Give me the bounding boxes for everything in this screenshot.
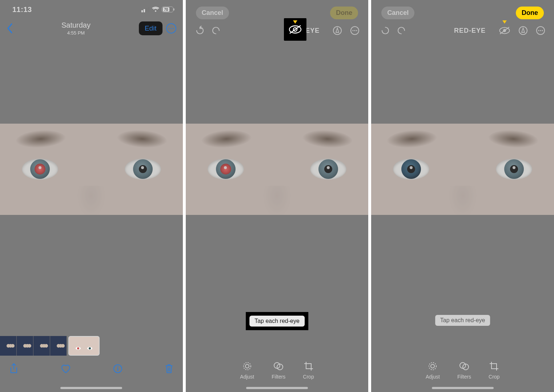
undo-icon[interactable]	[194, 26, 204, 35]
screen-edit-redeye-select: Cancel Done RED-EYE	[186, 0, 369, 392]
battery-percent: 70	[163, 7, 169, 12]
svg-point-11	[244, 363, 251, 370]
redeye-tool-highlight	[284, 18, 306, 41]
more-icon[interactable]	[536, 26, 545, 35]
thumbnail[interactable]	[33, 336, 50, 356]
redeye-hint: Tap each red-eye	[435, 315, 490, 326]
done-button[interactable]: Done	[516, 7, 544, 19]
share-icon[interactable]	[9, 363, 18, 376]
markup-icon[interactable]	[333, 26, 342, 35]
photo-date: Saturday	[61, 21, 91, 29]
thumbnail[interactable]	[17, 336, 33, 356]
tab-adjust[interactable]: Adjust	[240, 361, 254, 380]
status-icons: 70	[141, 7, 173, 12]
svg-rect-2	[117, 368, 119, 371]
edit-button[interactable]: Edit	[139, 21, 162, 35]
more-button[interactable]	[166, 23, 176, 33]
edit-mode-tabs: Adjust Filters Crop	[186, 361, 369, 380]
svg-point-22	[542, 30, 543, 31]
edit-tool-row: RED-EYE	[371, 19, 554, 35]
photo-navbar: Saturday 4:55 PM Edit	[0, 19, 183, 40]
markup-icon[interactable]	[518, 26, 528, 35]
tab-filters[interactable]: Filters	[272, 361, 285, 380]
edit-mode-tabs: Adjust Filters Crop	[371, 361, 554, 380]
svg-point-24	[431, 364, 434, 368]
home-indicator[interactable]	[246, 387, 308, 389]
screen-edit-redeye-done: Cancel Done RED-EYE	[371, 0, 554, 392]
highlight-pointer-icon	[293, 20, 297, 24]
tab-adjust-label: Adjust	[240, 374, 254, 380]
photo-canvas[interactable]	[0, 124, 183, 215]
redo-icon[interactable]	[397, 26, 407, 35]
edit-tool-row: RED-EYE	[186, 19, 369, 35]
edit-navbar: Cancel Done	[371, 0, 554, 19]
tab-filters-label: Filters	[457, 374, 471, 380]
tool-name-label: RED-EYE	[432, 27, 486, 35]
info-icon[interactable]	[113, 364, 123, 375]
tab-filters[interactable]: Filters	[457, 361, 471, 380]
active-tool-pointer-icon	[502, 20, 507, 24]
status-time: 11:13	[12, 5, 32, 14]
photo-date-header: Saturday 4:55 PM	[61, 21, 91, 36]
redeye-icon[interactable]	[288, 24, 302, 35]
redeye-hint: Tap each red-eye	[249, 316, 305, 327]
back-button[interactable]	[7, 23, 13, 33]
tab-crop-label: Crop	[303, 374, 314, 380]
tab-filters-label: Filters	[272, 374, 285, 380]
svg-point-6	[354, 30, 356, 31]
cancel-button[interactable]: Cancel	[381, 7, 414, 19]
thumbnail-strip[interactable]	[0, 336, 100, 356]
tab-crop[interactable]: Crop	[303, 361, 314, 380]
svg-point-21	[540, 30, 541, 31]
photo-canvas[interactable]	[371, 124, 554, 215]
cellular-icon	[141, 7, 149, 12]
cancel-button[interactable]: Cancel	[196, 7, 229, 19]
thumbnail-selected[interactable]	[68, 336, 100, 356]
tab-crop[interactable]: Crop	[489, 361, 499, 380]
redo-icon[interactable]	[212, 26, 221, 35]
svg-point-7	[356, 30, 357, 31]
battery-icon: 70	[162, 7, 173, 12]
edit-navbar: Cancel Done	[186, 0, 369, 19]
trash-icon[interactable]	[165, 364, 173, 375]
screen-photo-view: 11:13 70 Saturday 4:55 PM Edit	[0, 0, 183, 392]
status-bar: 11:13 70	[0, 0, 183, 19]
more-icon[interactable]	[350, 26, 360, 35]
home-indicator[interactable]	[432, 387, 494, 389]
svg-point-20	[538, 30, 539, 31]
tab-crop-label: Crop	[489, 374, 499, 380]
hint-highlight: Tap each red-eye	[246, 312, 308, 330]
tab-adjust[interactable]: Adjust	[426, 361, 440, 380]
photo-toolbar	[0, 359, 183, 380]
svg-point-5	[353, 30, 354, 31]
svg-point-12	[245, 364, 249, 368]
done-button[interactable]: Done	[330, 7, 358, 19]
svg-point-1	[117, 366, 118, 367]
photo-canvas[interactable]	[186, 124, 369, 215]
home-indicator[interactable]	[60, 387, 122, 389]
favorite-icon[interactable]	[60, 364, 71, 375]
wifi-icon	[152, 7, 160, 12]
tab-adjust-label: Adjust	[426, 374, 440, 380]
thumbnail[interactable]	[0, 336, 17, 356]
svg-point-23	[429, 363, 436, 370]
undo-icon[interactable]	[380, 26, 389, 35]
redeye-icon[interactable]	[499, 26, 510, 35]
photo-time: 4:55 PM	[61, 30, 91, 36]
thumbnail[interactable]	[50, 336, 67, 356]
